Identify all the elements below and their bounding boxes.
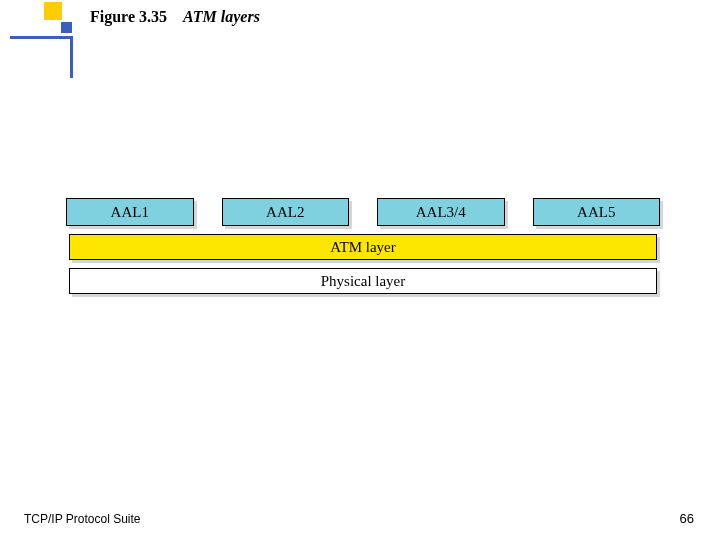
footer-source: TCP/IP Protocol Suite bbox=[24, 512, 141, 526]
figure-caption: ATM layers bbox=[183, 8, 260, 25]
aal-box: AAL5 bbox=[533, 198, 661, 226]
figure-number: Figure 3.35 bbox=[90, 8, 167, 25]
atm-layer-box: ATM layer bbox=[69, 234, 657, 260]
aal-row: AAL1 AAL2 AAL3/4 AAL5 bbox=[66, 198, 660, 226]
deco-hline bbox=[10, 36, 70, 39]
physical-layer-box: Physical layer bbox=[69, 268, 657, 294]
deco-square-blue bbox=[61, 22, 72, 33]
atm-layers-diagram: AAL1 AAL2 AAL3/4 AAL5 ATM layer Physical… bbox=[66, 198, 660, 302]
deco-square-yellow bbox=[44, 2, 62, 20]
aal-box: AAL1 bbox=[66, 198, 194, 226]
aal-box: AAL3/4 bbox=[377, 198, 505, 226]
slide-decoration bbox=[10, 0, 80, 80]
page-number: 66 bbox=[680, 511, 694, 526]
deco-vline bbox=[70, 36, 73, 78]
aal-box: AAL2 bbox=[222, 198, 350, 226]
slide-title: Figure 3.35 ATM layers bbox=[90, 8, 260, 26]
